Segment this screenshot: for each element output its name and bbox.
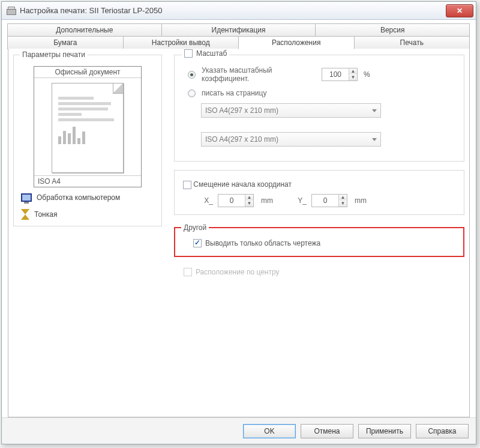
window-title: Настройка печати: SII Teriostar LP-2050: [20, 6, 442, 15]
help-button[interactable]: Справка: [416, 424, 469, 438]
spinner-down-icon[interactable]: ▼: [245, 201, 253, 207]
dialog-button-row: OK Отмена Применить Справка: [2, 417, 476, 444]
drawing-area-only-checkbox[interactable]: [193, 239, 202, 247]
percent-label: %: [364, 70, 370, 79]
tab-version[interactable]: Версия: [315, 23, 470, 37]
drawing-area-only-label: Выводить только область чертежа: [205, 239, 320, 247]
tab-layout[interactable]: Расположения: [238, 36, 355, 49]
fit-page-size-value: ISO A4(297 x 210 mm): [205, 106, 278, 115]
scale-factor-input[interactable]: [322, 68, 349, 80]
apply-button[interactable]: Применить: [358, 424, 411, 438]
tab-row-bottom: Бумага Настройки вывод Расположения Печа…: [8, 36, 470, 49]
tab-additional[interactable]: Дополнительные: [7, 23, 162, 37]
chevron-down-icon: [372, 138, 377, 141]
quality-item: Тонкая: [19, 205, 157, 223]
cancel-button[interactable]: Отмена: [301, 424, 353, 438]
offset-y-spinner[interactable]: ▲▼: [311, 194, 347, 207]
other-group-highlighted: Другой Выводить только область чертежа: [174, 227, 464, 257]
document-preview: Офисный документ: [34, 66, 142, 187]
spinner-up-icon[interactable]: ▲: [339, 195, 347, 201]
document-type-label: Офисный документ: [34, 67, 141, 78]
close-icon: ✕: [457, 7, 463, 15]
printer-icon: [7, 7, 16, 15]
page-thumbnail: [52, 83, 124, 173]
scale-factor-label: Указать масштабный коэффициент.: [202, 66, 316, 83]
offset-x-unit: mm: [261, 196, 273, 205]
scale-group: Масштаб Указать масштабный коэффициент. …: [174, 55, 464, 162]
dialog-window: Настройка печати: SII Teriostar LP-2050 …: [1, 1, 476, 444]
tab-row-top: Дополнительные Идентификация Версия: [8, 23, 470, 37]
spinner-up-icon[interactable]: ▲: [245, 195, 253, 201]
fit-page-radio[interactable]: [188, 89, 196, 97]
offset-x-spinner[interactable]: ▲▼: [218, 194, 254, 207]
page-size-label: ISO A4: [34, 175, 141, 187]
other-group-title: Другой: [181, 223, 209, 232]
offset-group-label: Смещение начала координат: [193, 180, 292, 189]
secondary-size-combo[interactable]: ISO A4(297 x 210 mm): [201, 132, 381, 147]
processing-label: Обработка компьютером: [37, 193, 120, 202]
center-layout-checkbox[interactable]: [184, 268, 192, 276]
scale-factor-radio[interactable]: [188, 71, 196, 79]
fit-page-size-combo[interactable]: ISO A4(297 x 210 mm): [201, 103, 381, 118]
processing-item: Обработка компьютером: [19, 190, 157, 205]
monitor-icon: [21, 193, 32, 202]
offset-y-input[interactable]: [312, 195, 338, 207]
tab-print[interactable]: Печать: [354, 36, 470, 49]
quality-label: Тонкая: [34, 210, 57, 219]
hourglass-icon: [21, 209, 29, 220]
offset-x-input[interactable]: [218, 195, 245, 207]
fit-page-label: писать на страницу: [202, 89, 316, 97]
titlebar: Настройка печати: SII Teriostar LP-2050 …: [2, 2, 476, 20]
offset-y-label: Y_: [295, 196, 307, 205]
spinner-down-icon[interactable]: ▼: [339, 201, 347, 207]
print-params-group: Параметры печати Офисный документ: [13, 55, 162, 226]
tab-panel: Параметры печати Офисный документ: [8, 49, 470, 417]
secondary-size-value: ISO A4(297 x 210 mm): [205, 135, 278, 144]
tab-output[interactable]: Настройки вывод: [123, 36, 239, 49]
center-layout-row: Расположение по центру: [184, 268, 464, 276]
scale-enable-checkbox[interactable]: [184, 49, 193, 58]
chevron-down-icon: [372, 109, 377, 112]
scale-factor-spinner[interactable]: ▲▼: [322, 68, 358, 81]
content-area: Дополнительные Идентификация Версия Бума…: [2, 20, 476, 417]
close-button[interactable]: ✕: [446, 4, 473, 17]
tab-paper[interactable]: Бумага: [7, 36, 124, 49]
print-params-title: Параметры печати: [20, 50, 88, 59]
offset-x-label: X_: [201, 196, 213, 205]
left-column: Параметры печати Офисный документ: [13, 55, 163, 412]
center-layout-label: Расположение по центру: [196, 268, 279, 276]
right-column: Масштаб Указать масштабный коэффициент. …: [174, 55, 464, 412]
ok-button[interactable]: OK: [243, 424, 296, 438]
scale-group-label: Масштаб: [196, 49, 227, 58]
offset-group: Смещение начала координат X_ ▲▼ mm Y_: [174, 170, 464, 215]
tab-identification[interactable]: Идентификация: [161, 23, 316, 37]
spinner-up-icon[interactable]: ▲: [349, 68, 357, 74]
spinner-down-icon[interactable]: ▼: [349, 74, 357, 80]
offset-enable-checkbox[interactable]: [183, 181, 191, 189]
offset-y-unit: mm: [355, 196, 367, 205]
